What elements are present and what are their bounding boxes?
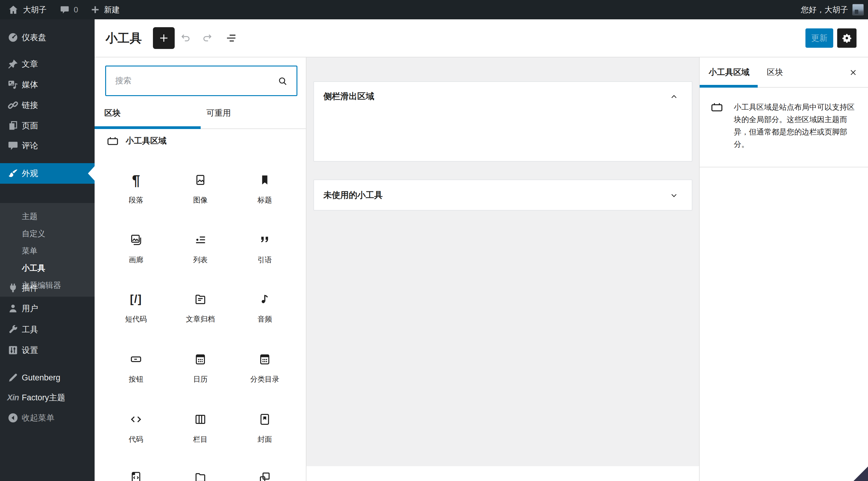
search-icon bbox=[277, 75, 289, 87]
tab-widget-areas[interactable]: 小工具区域 bbox=[709, 57, 749, 87]
submenu-item-customize[interactable]: 自定义 bbox=[0, 225, 95, 242]
sidebar-item-collapse-menu[interactable]: 收起菜单 bbox=[0, 408, 95, 428]
list-icon bbox=[176, 231, 224, 248]
account-menu[interactable]: 您好，大胡子 bbox=[801, 0, 864, 19]
sidebar-item-pages[interactable]: 页面 bbox=[0, 116, 95, 136]
quote-icon bbox=[241, 231, 289, 248]
tab-blocks[interactable]: 区块 bbox=[104, 100, 121, 126]
description-text: 小工具区域是站点布局中可以支持区块的全局部分。这些区域因主题而异，但通常都是您的… bbox=[734, 101, 857, 151]
site-menu[interactable]: 大胡子 bbox=[8, 0, 46, 19]
audio-icon bbox=[241, 291, 289, 308]
user-icon bbox=[7, 302, 19, 315]
comments-icon bbox=[7, 139, 19, 152]
calendar-icon bbox=[176, 351, 224, 368]
search-input[interactable] bbox=[115, 66, 272, 95]
block-columns[interactable]: 栏目 bbox=[176, 411, 224, 443]
new-content-menu[interactable]: 新建 bbox=[91, 0, 120, 19]
chevron-down-icon bbox=[670, 191, 679, 200]
image-icon bbox=[176, 171, 224, 189]
sidebar-item-xin-factory-theme[interactable]: Xin Factory主题 bbox=[0, 387, 95, 408]
collapse-icon bbox=[7, 412, 19, 424]
block-embed[interactable] bbox=[241, 469, 289, 481]
sidebar-item-posts[interactable]: 文章 bbox=[0, 54, 95, 74]
editor-header: 小工具 更新 bbox=[95, 19, 868, 57]
block-inserter-panel: 区块 可重用 小工具区域 ¶ 段落 图像 标题 bbox=[95, 57, 306, 481]
admin-sidebar: 仪表盘 文章 媒体 链接 页面 bbox=[0, 19, 95, 481]
block-paragraph[interactable]: ¶ 段落 bbox=[112, 171, 160, 204]
block-image[interactable]: 图像 bbox=[176, 171, 224, 204]
close-sidebar-button[interactable] bbox=[846, 65, 861, 80]
home-icon bbox=[8, 4, 19, 15]
panel-title: 未使用的小工具 bbox=[323, 180, 383, 210]
site-name: 大胡子 bbox=[23, 4, 46, 15]
block-code[interactable]: 代码 bbox=[112, 411, 160, 443]
block-list[interactable]: 列表 bbox=[176, 231, 224, 263]
submenu-item-widgets[interactable]: 小工具 bbox=[0, 260, 95, 277]
panel-header[interactable]: 未使用的小工具 bbox=[314, 180, 692, 210]
button-icon bbox=[112, 351, 160, 368]
link-icon bbox=[7, 99, 19, 111]
update-button[interactable]: 更新 bbox=[805, 28, 833, 48]
block-categories[interactable]: 分类目录 bbox=[241, 351, 289, 383]
block-file[interactable] bbox=[176, 469, 224, 481]
tab-reusable[interactable]: 可重用 bbox=[207, 100, 231, 126]
pin-icon bbox=[7, 58, 19, 70]
sidebar-item-dashboard[interactable]: 仪表盘 bbox=[0, 27, 95, 48]
embed-icon bbox=[241, 469, 289, 481]
section-title: 小工具区域 bbox=[126, 135, 166, 146]
sidebar-item-plugins[interactable]: 插件 bbox=[0, 278, 95, 298]
panel-header[interactable]: 侧栏滑出区域 bbox=[314, 82, 692, 111]
block-custom-html[interactable] bbox=[112, 469, 160, 481]
sidebar-item-appearance[interactable]: 外观 bbox=[0, 163, 95, 184]
list-view-button[interactable] bbox=[223, 31, 240, 45]
sidebar-item-users[interactable]: 用户 bbox=[0, 298, 95, 319]
block-quote[interactable]: 引语 bbox=[241, 231, 289, 263]
columns-icon bbox=[176, 411, 224, 428]
sidebar-item-tools[interactable]: 工具 bbox=[0, 319, 95, 340]
search-box bbox=[105, 66, 298, 96]
sidebar-tabs: 小工具区域 区块 bbox=[700, 57, 868, 88]
heading-bookmark-icon bbox=[241, 171, 289, 189]
comments-menu[interactable]: 0 bbox=[60, 0, 78, 19]
widget-area-panel-inactive-widgets: 未使用的小工具 bbox=[313, 180, 692, 211]
block-cover[interactable]: 封面 bbox=[241, 411, 289, 443]
redo-button[interactable] bbox=[198, 31, 216, 45]
undo-button[interactable] bbox=[178, 31, 194, 45]
tab-block[interactable]: 区块 bbox=[767, 57, 783, 87]
sidebar-item-comments[interactable]: 评论 bbox=[0, 135, 95, 156]
inserter-tabs: 区块 可重用 bbox=[95, 100, 306, 129]
submenu-item-themes[interactable]: 主题 bbox=[0, 208, 95, 225]
block-archives[interactable]: 文章归档 bbox=[176, 291, 224, 323]
greeting: 您好，大胡子 bbox=[801, 4, 848, 15]
block-heading[interactable]: 标题 bbox=[241, 171, 289, 204]
settings-sidebar: 小工具区域 区块 小工具区域是站点布局中可以支持区块的全局部分。这些区域因主题而… bbox=[699, 57, 868, 481]
settings-gear-button[interactable] bbox=[837, 28, 857, 48]
block-calendar[interactable]: 日历 bbox=[176, 351, 224, 383]
page-title: 小工具 bbox=[105, 19, 142, 57]
plugin-icon bbox=[7, 282, 19, 294]
shortcode-icon: [/] bbox=[112, 291, 160, 308]
active-tab-underline bbox=[700, 85, 758, 88]
widget-area-description: 小工具区域是站点布局中可以支持区块的全局部分。这些区域因主题而异，但通常都是您的… bbox=[700, 88, 868, 167]
html-icon bbox=[112, 469, 160, 481]
block-shortcode[interactable]: [/] 短代码 bbox=[112, 291, 160, 323]
pencil-icon bbox=[7, 371, 19, 384]
categories-icon bbox=[241, 351, 289, 368]
chevron-up-icon bbox=[670, 92, 679, 101]
wrench-icon bbox=[7, 323, 19, 336]
block-audio[interactable]: 音频 bbox=[241, 291, 289, 323]
widget-areas-section-header: 小工具区域 bbox=[106, 132, 166, 149]
block-gallery[interactable]: 画廊 bbox=[112, 231, 160, 263]
sidebar-item-settings[interactable]: 设置 bbox=[0, 340, 95, 360]
window-corner-artifact bbox=[854, 467, 868, 481]
sidebar-item-media[interactable]: 媒体 bbox=[0, 74, 95, 95]
sidebar-item-gutenberg[interactable]: Gutenberg bbox=[0, 367, 95, 388]
widget-area-icon bbox=[106, 134, 119, 147]
add-block-button[interactable] bbox=[153, 27, 175, 49]
cover-icon bbox=[241, 411, 289, 428]
sidebar-item-links[interactable]: 链接 bbox=[0, 95, 95, 116]
block-button[interactable]: 按钮 bbox=[112, 351, 160, 383]
comment-bubble-icon bbox=[60, 5, 69, 14]
submenu-item-menus[interactable]: 菜单 bbox=[0, 242, 95, 260]
editor-canvas: 侧栏滑出区域 未使用的小工具 bbox=[306, 57, 699, 466]
